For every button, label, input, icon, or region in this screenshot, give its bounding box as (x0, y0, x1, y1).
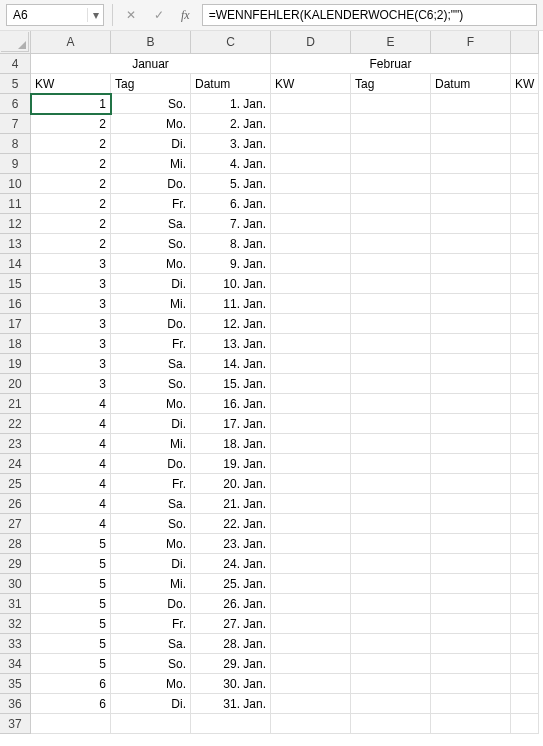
cell-F29[interactable] (431, 554, 511, 574)
fx-icon[interactable]: fx (177, 8, 194, 23)
cell-E30[interactable] (351, 574, 431, 594)
cell[interactable] (511, 414, 539, 434)
cell-A31[interactable]: 5 (31, 594, 111, 614)
cell-A9[interactable]: 2 (31, 154, 111, 174)
cell-F17[interactable] (431, 314, 511, 334)
col-header-C[interactable]: C (191, 31, 271, 54)
cell-C11[interactable]: 6. Jan. (191, 194, 271, 214)
formula-bar[interactable]: =WENNFEHLER(KALENDERWOCHE(C6;2);"") (202, 4, 537, 26)
cell-D8[interactable] (271, 134, 351, 154)
row-header-32[interactable]: 32 (0, 614, 31, 634)
cell-C20[interactable]: 15. Jan. (191, 374, 271, 394)
cell-D13[interactable] (271, 234, 351, 254)
cell-A6[interactable]: 1 (31, 94, 111, 114)
header-tag-jan[interactable]: Tag (111, 74, 191, 94)
cell-E21[interactable] (351, 394, 431, 414)
cell[interactable] (511, 54, 539, 74)
cell-B26[interactable]: Sa. (111, 494, 191, 514)
cell-D12[interactable] (271, 214, 351, 234)
cell-D16[interactable] (271, 294, 351, 314)
row-header-36[interactable]: 36 (0, 694, 31, 714)
row-header-17[interactable]: 17 (0, 314, 31, 334)
row-header-7[interactable]: 7 (0, 114, 31, 134)
cell-E10[interactable] (351, 174, 431, 194)
cell-B24[interactable]: Do. (111, 454, 191, 474)
cell-A13[interactable]: 2 (31, 234, 111, 254)
cell[interactable] (511, 614, 539, 634)
cell-C31[interactable]: 26. Jan. (191, 594, 271, 614)
cell-F34[interactable] (431, 654, 511, 674)
cell-A20[interactable]: 3 (31, 374, 111, 394)
cell[interactable] (511, 694, 539, 714)
cell-A14[interactable]: 3 (31, 254, 111, 274)
month-header-februar[interactable]: Februar (271, 54, 511, 74)
cell-E36[interactable] (351, 694, 431, 714)
cell-F20[interactable] (431, 374, 511, 394)
row-header-19[interactable]: 19 (0, 354, 31, 374)
cell-F28[interactable] (431, 534, 511, 554)
row-header-12[interactable]: 12 (0, 214, 31, 234)
cell-A7[interactable]: 2 (31, 114, 111, 134)
cell-E6[interactable] (351, 94, 431, 114)
cell-C22[interactable]: 17. Jan. (191, 414, 271, 434)
cell-C21[interactable]: 16. Jan. (191, 394, 271, 414)
cell-E20[interactable] (351, 374, 431, 394)
cell-B33[interactable]: Sa. (111, 634, 191, 654)
cell-B16[interactable]: Mi. (111, 294, 191, 314)
cell[interactable] (511, 94, 539, 114)
cell-F9[interactable] (431, 154, 511, 174)
cell-C15[interactable]: 10. Jan. (191, 274, 271, 294)
cell-F11[interactable] (431, 194, 511, 214)
cell[interactable] (511, 654, 539, 674)
cell[interactable] (511, 274, 539, 294)
cell-A25[interactable]: 4 (31, 474, 111, 494)
cell-A17[interactable]: 3 (31, 314, 111, 334)
cell-A33[interactable]: 5 (31, 634, 111, 654)
cell-C14[interactable]: 9. Jan. (191, 254, 271, 274)
cell-F8[interactable] (431, 134, 511, 154)
cell-F35[interactable] (431, 674, 511, 694)
cell-A16[interactable]: 3 (31, 294, 111, 314)
row-header-20[interactable]: 20 (0, 374, 31, 394)
cell-F12[interactable] (431, 214, 511, 234)
cell[interactable] (511, 674, 539, 694)
row-header-13[interactable]: 13 (0, 234, 31, 254)
cell-A29[interactable]: 5 (31, 554, 111, 574)
cell-B14[interactable]: Mo. (111, 254, 191, 274)
cell-B22[interactable]: Di. (111, 414, 191, 434)
cell-B20[interactable]: So. (111, 374, 191, 394)
cell-D15[interactable] (271, 274, 351, 294)
cell-B23[interactable]: Mi. (111, 434, 191, 454)
name-box-input[interactable] (7, 6, 87, 24)
cell-E35[interactable] (351, 674, 431, 694)
cell-E14[interactable] (351, 254, 431, 274)
cell-D6[interactable] (271, 94, 351, 114)
cell-F21[interactable] (431, 394, 511, 414)
row-header-11[interactable]: 11 (0, 194, 31, 214)
cell-B36[interactable]: Di. (111, 694, 191, 714)
cell-F14[interactable] (431, 254, 511, 274)
cell[interactable] (511, 374, 539, 394)
cell-D23[interactable] (271, 434, 351, 454)
cell-E8[interactable] (351, 134, 431, 154)
col-header-B[interactable]: B (111, 31, 191, 54)
cell-F36[interactable] (431, 694, 511, 714)
cell-D26[interactable] (271, 494, 351, 514)
month-header-januar[interactable]: Januar (31, 54, 271, 74)
cell-C18[interactable]: 13. Jan. (191, 334, 271, 354)
cell-B37[interactable] (111, 714, 191, 734)
row-header-21[interactable]: 21 (0, 394, 31, 414)
cell-A21[interactable]: 4 (31, 394, 111, 414)
cancel-icon[interactable]: ✕ (121, 5, 141, 25)
cell-A28[interactable]: 5 (31, 534, 111, 554)
cell-E26[interactable] (351, 494, 431, 514)
cell-C10[interactable]: 5. Jan. (191, 174, 271, 194)
cell-C25[interactable]: 20. Jan. (191, 474, 271, 494)
cell-E19[interactable] (351, 354, 431, 374)
row-header-35[interactable]: 35 (0, 674, 31, 694)
cell-E32[interactable] (351, 614, 431, 634)
cell-D9[interactable] (271, 154, 351, 174)
cell-B35[interactable]: Mo. (111, 674, 191, 694)
cell-E34[interactable] (351, 654, 431, 674)
cell[interactable] (511, 714, 539, 734)
